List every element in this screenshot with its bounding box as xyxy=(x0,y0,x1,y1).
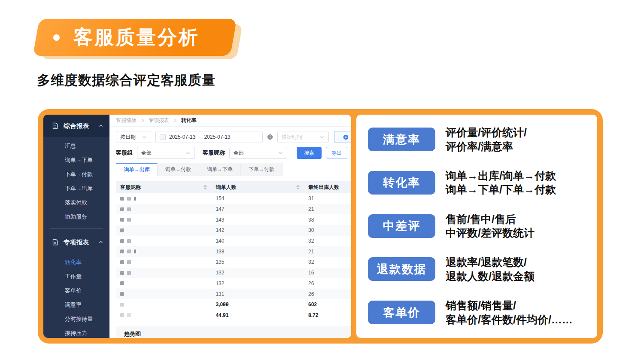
table-summary-row: 44.918.72 xyxy=(116,310,351,321)
feature-button[interactable]: 客单价 xyxy=(368,301,435,324)
breadcrumb-item[interactable]: 专项报表 xyxy=(149,117,169,124)
sidebar: 综合报表汇总询单→下单下单→付款下单→出库落实付款协助服务专项报表转化率工作量客… xyxy=(43,115,109,338)
redacted-name-block xyxy=(127,313,131,317)
feature-description-line: 评价率/满意率 xyxy=(446,140,527,154)
filter-button[interactable]: 过滤器 xyxy=(334,131,351,143)
table-body: 1543114721143381423014032138211353213216… xyxy=(116,193,351,320)
nickname-label: 客服昵称 xyxy=(203,149,225,157)
outbound-count-cell: 26 xyxy=(304,291,351,297)
outbound-count-cell: 16 xyxy=(304,270,351,276)
page: 客服质量分析 多维度数据综合评定客服质量 综合报表汇总询单→下单下单→付款下单→… xyxy=(0,0,644,356)
sidebar-item[interactable]: 客单价 xyxy=(43,283,109,298)
agent-name-cell xyxy=(116,250,211,253)
outbound-count-cell: 21 xyxy=(304,206,351,212)
report-tab[interactable]: 询单→付款 xyxy=(158,163,199,176)
redacted-name-block xyxy=(134,197,136,201)
group-value: 全部 xyxy=(141,149,152,157)
agent-name-cell xyxy=(116,313,211,317)
inquiry-count-cell: 135 xyxy=(211,259,304,265)
feature-description: 销售额/销售量/客单价/客件数/件均价/…… xyxy=(446,298,573,326)
table-row: 13216 xyxy=(116,268,351,278)
dashboard-panel: 综合报表汇总询单→下单下单→付款下单→出库落实付款协助服务专项报表转化率工作量客… xyxy=(43,115,351,338)
feature-row: 退款数据退款率/退款笔数/退款人数/退款金额 xyxy=(368,255,592,283)
feature-button[interactable]: 满意率 xyxy=(368,128,435,151)
column-header[interactable]: 询单人数 xyxy=(211,184,304,191)
sidebar-item[interactable]: 接待压力 xyxy=(43,326,109,338)
breadcrumb-item[interactable]: 客服绩效 xyxy=(116,117,137,124)
sidebar-item[interactable]: 询单→下单 xyxy=(43,153,109,167)
feature-button[interactable]: 退款数据 xyxy=(368,257,435,281)
table-header: 客服昵称询单人数最终出库人数 xyxy=(116,181,351,193)
export-button-label: 导出 xyxy=(331,149,342,157)
feature-description: 评价量/评价统计/评价率/满意率 xyxy=(446,125,527,153)
agent-name-cell xyxy=(116,271,211,275)
info-icon[interactable] xyxy=(267,134,273,140)
feature-button[interactable]: 中差评 xyxy=(368,214,435,238)
report-table: 客服昵称询单人数最终出库人数 1543114721143381423014032… xyxy=(116,181,351,320)
redacted-name-block xyxy=(120,281,124,285)
sidebar-item[interactable]: 工作量 xyxy=(43,269,109,283)
sidebar-item[interactable]: 分时接待量 xyxy=(43,312,109,326)
nickname-select[interactable]: 全部 xyxy=(229,147,287,159)
sort-up-icon xyxy=(296,185,300,187)
chevron-down-icon xyxy=(185,150,191,155)
sidebar-item[interactable]: 满意率 xyxy=(43,298,109,312)
feature-description-line: 客单价/客件数/件均价/…… xyxy=(446,313,573,327)
sidebar-item[interactable]: 汇总 xyxy=(43,139,109,153)
agent-name-cell xyxy=(116,228,211,232)
report-tab[interactable]: 下单→付款 xyxy=(241,163,283,176)
report-tab[interactable]: 询单→出库 xyxy=(116,163,158,176)
feature-row: 客单价销售额/销售量/客单价/客件数/件均价/…… xyxy=(368,298,592,326)
sidebar-section-header[interactable]: 专项报表 xyxy=(43,231,109,253)
breadcrumb-separator-icon xyxy=(173,118,177,123)
feature-row: 中差评售前/售中/售后中评数/差评数统计 xyxy=(368,212,592,240)
agent-name-cell xyxy=(116,218,211,222)
redacted-name-block xyxy=(120,260,124,264)
sidebar-section-header[interactable]: 综合报表 xyxy=(43,115,109,137)
feature-row: 满意率评价量/评价统计/评价率/满意率 xyxy=(368,125,592,153)
date-mode-select[interactable]: 按日期 xyxy=(116,131,151,143)
outbound-count-cell: 21 xyxy=(304,249,351,255)
features-panel: 满意率评价量/评价统计/评价率/满意率转化率询单→出库/询单→付款询单→下单/下… xyxy=(356,115,597,338)
date-range-input[interactable]: 2025-07-13 · 2025-07-13 xyxy=(155,131,263,143)
redacted-name-block xyxy=(120,303,124,307)
column-header-label: 询单人数 xyxy=(216,184,236,191)
outbound-count-cell: 602 xyxy=(304,301,351,307)
feature-row: 转化率询单→出库/询单→付款询单→下单/下单→付款 xyxy=(368,169,592,197)
table-row: 14338 xyxy=(116,214,351,225)
quick-time-select[interactable]: 快捷时间 xyxy=(277,131,329,143)
search-button[interactable]: 搜索 xyxy=(297,147,322,159)
date-start-value: 2025-07-13 xyxy=(169,134,195,140)
report-tab[interactable]: 询单→下单 xyxy=(199,163,241,176)
table-row: 13226 xyxy=(116,278,351,289)
outbound-count-cell: 31 xyxy=(304,195,351,201)
page-title: 客服质量分析 xyxy=(73,24,200,50)
sidebar-item[interactable]: 下单→出库 xyxy=(43,181,109,195)
sidebar-item[interactable]: 下单→付款 xyxy=(43,167,109,181)
group-select[interactable]: 全部 xyxy=(137,147,195,159)
sidebar-item[interactable]: 落实付款 xyxy=(43,195,109,210)
feature-description: 退款率/退款笔数/退款人数/退款金额 xyxy=(446,255,535,283)
date-mode-value: 按日期 xyxy=(120,134,136,141)
outbound-count-cell: 38 xyxy=(304,217,351,223)
sidebar-item[interactable]: 转化率 xyxy=(43,255,109,269)
feature-description-line: 中评数/差评数统计 xyxy=(446,226,535,240)
agent-name-cell xyxy=(116,207,211,211)
sort-icon xyxy=(296,185,300,190)
column-header-label: 客服昵称 xyxy=(120,184,141,191)
table-row: 14230 xyxy=(116,225,351,236)
export-button[interactable]: 导出 xyxy=(326,147,347,159)
feature-button[interactable]: 转化率 xyxy=(368,171,435,195)
page-subtitle: 多维度数据综合评定客服质量 xyxy=(37,71,216,89)
sidebar-section-items: 转化率工作量客单价满意率分时接待量接待压力 xyxy=(43,253,109,338)
bullet-icon xyxy=(53,34,60,41)
agent-name-cell xyxy=(116,303,211,307)
column-header[interactable]: 客服昵称 xyxy=(116,184,211,191)
redacted-name-block xyxy=(120,207,124,211)
sidebar-item[interactable]: 协助服务 xyxy=(43,210,109,224)
redacted-name-block xyxy=(127,239,131,243)
title-badge-body: 客服质量分析 xyxy=(33,19,237,56)
table-row: 14032 xyxy=(116,236,351,246)
search-button-label: 搜索 xyxy=(304,149,314,157)
redacted-name-block xyxy=(127,271,131,275)
